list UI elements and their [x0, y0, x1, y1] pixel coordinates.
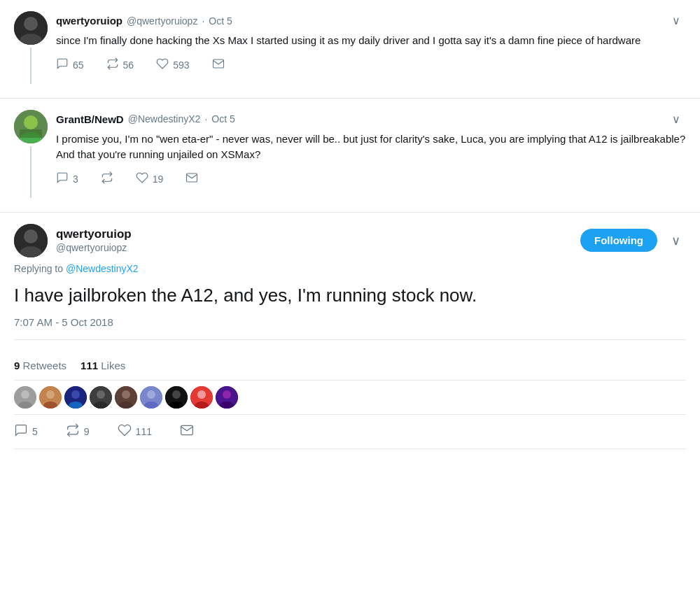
reply-action-2[interactable]: 3 [56, 171, 78, 187]
reply-action-1[interactable]: 65 [56, 57, 84, 73]
svg-point-32 [197, 390, 206, 399]
retweet-count-1: 56 [123, 59, 134, 71]
retweet-action-1[interactable]: 56 [106, 57, 134, 73]
following-button[interactable]: Following [580, 229, 657, 252]
svg-point-11 [21, 390, 29, 399]
dot-2: · [204, 113, 207, 125]
svg-point-1 [24, 17, 38, 31]
bottom-actions: 5 9 111 [14, 414, 686, 449]
handle-1: @qwertyoruiopz [127, 15, 197, 27]
reply-count-2: 3 [73, 173, 78, 185]
liker-avatar-8[interactable] [190, 386, 213, 409]
tweet-text-1: since I'm finally done hacking the Xs Ma… [56, 33, 686, 49]
replying-to-handle[interactable]: @NewdestinyX2 [66, 263, 139, 274]
liker-avatar-3[interactable] [64, 386, 87, 409]
display-name-2: GrantB/NewD [56, 113, 124, 125]
dot-1: · [202, 15, 204, 27]
date-1: Oct 5 [209, 15, 232, 27]
reply-icon-main [14, 423, 28, 440]
main-user-info: qwertyoruiop @qwertyoruiopz [56, 227, 572, 254]
mail-icon-2 [186, 171, 198, 187]
tweet-2-header: GrantB/NewD @NewdestinyX2 · Oct 5 ∨ [56, 110, 686, 129]
likes-label: Likes [101, 360, 125, 371]
retweet-stat[interactable]: 9 Retweets [14, 360, 66, 371]
reply-icon-2 [56, 171, 69, 187]
like-action-2[interactable]: 19 [136, 171, 164, 187]
retweet-count: 9 [14, 360, 20, 371]
like-count-main: 111 [136, 426, 152, 437]
mail-icon-main [180, 423, 194, 440]
liker-avatar-9[interactable] [216, 386, 238, 409]
liker-avatar-7[interactable] [165, 386, 188, 409]
svg-point-35 [223, 390, 231, 399]
like-icon-1 [156, 57, 169, 73]
avatar-grantb[interactable] [14, 110, 48, 143]
like-count-1: 593 [173, 59, 189, 71]
mail-action-1[interactable] [212, 57, 225, 73]
replying-to-label: Replying to [14, 263, 63, 274]
tweet-2-actions: 3 19 [56, 171, 686, 187]
thread-line-2 [30, 146, 31, 198]
retweet-icon-main [66, 423, 80, 440]
chevron-1[interactable]: ∨ [666, 11, 686, 30]
avatar-col-2 [14, 110, 48, 198]
stats-row: 9 Retweets 111 Likes [14, 351, 686, 381]
svg-point-23 [122, 390, 130, 399]
retweet-action-main[interactable]: 9 [66, 423, 90, 440]
reply-count-1: 65 [73, 59, 84, 71]
reply-count-main: 5 [32, 426, 38, 437]
reply-action-main[interactable]: 5 [14, 423, 38, 440]
mail-icon-1 [212, 57, 225, 73]
svg-point-17 [71, 390, 80, 399]
like-count-2: 19 [153, 173, 164, 185]
tweet-2-content: GrantB/NewD @NewdestinyX2 · Oct 5 ∨ I pr… [56, 110, 686, 198]
liker-avatar-6[interactable] [140, 386, 162, 409]
svg-point-20 [97, 390, 105, 399]
svg-point-26 [147, 390, 155, 399]
reply-icon-1 [56, 57, 69, 73]
retweet-count-main: 9 [84, 426, 90, 437]
main-chevron-button[interactable]: ∨ [666, 230, 686, 251]
like-action-1[interactable]: 593 [156, 57, 189, 73]
thread-line-1 [30, 48, 31, 84]
retweet-icon-2 [101, 171, 113, 187]
avatar-main[interactable] [14, 224, 48, 257]
retweet-label: Retweets [23, 360, 67, 371]
liker-avatar-4[interactable] [90, 386, 112, 409]
likes-count: 111 [80, 360, 98, 371]
avatar-col-1 [14, 11, 48, 84]
avatar-qwertyoruiop-1[interactable] [14, 11, 48, 45]
liker-avatar-2[interactable] [39, 386, 62, 409]
svg-rect-6 [20, 129, 42, 138]
svg-point-29 [172, 390, 181, 399]
liker-avatar-5[interactable] [115, 386, 137, 409]
main-tweet-header: qwertyoruiop @qwertyoruiopz Following ∨ [14, 224, 686, 257]
handle-2: @NewdestinyX2 [128, 113, 201, 125]
tweet-2: GrantB/NewD @NewdestinyX2 · Oct 5 ∨ I pr… [0, 99, 700, 213]
date-2: Oct 5 [211, 113, 234, 125]
tweet-timestamp: 7:07 AM - 5 Oct 2018 [14, 316, 686, 340]
main-handle: @qwertyoruiopz [56, 242, 127, 253]
mail-action-2[interactable] [186, 171, 198, 187]
like-action-main[interactable]: 111 [118, 423, 152, 440]
retweet-icon-1 [106, 57, 119, 73]
likes-stat[interactable]: 111 Likes [80, 360, 125, 371]
svg-point-14 [46, 390, 55, 399]
liker-avatar-1[interactable] [14, 386, 36, 409]
tweet-text-2: I promise you, I'm no "wen eta-er" - nev… [56, 132, 686, 163]
svg-point-4 [24, 115, 38, 129]
main-tweet-text: I have jailbroken the A12, and yes, I'm … [14, 283, 686, 308]
display-name-1: qwertyoruiop [56, 15, 122, 27]
tweet-1-actions: 65 56 593 [56, 57, 686, 73]
svg-point-8 [24, 229, 38, 243]
main-display-name: qwertyoruiop [56, 227, 572, 241]
chevron-2[interactable]: ∨ [666, 110, 686, 129]
tweet-1-header: qwertyoruiop @qwertyoruiopz · Oct 5 ∨ [56, 11, 686, 30]
mail-action-main[interactable] [180, 423, 194, 440]
replying-to: Replying to @NewdestinyX2 [14, 263, 686, 274]
tweet-1: qwertyoruiop @qwertyoruiopz · Oct 5 ∨ si… [0, 0, 700, 99]
like-icon-2 [136, 171, 148, 187]
likers-row [14, 381, 686, 414]
retweet-action-2[interactable] [101, 171, 113, 187]
main-tweet-section: qwertyoruiop @qwertyoruiopz Following ∨ … [0, 213, 700, 449]
